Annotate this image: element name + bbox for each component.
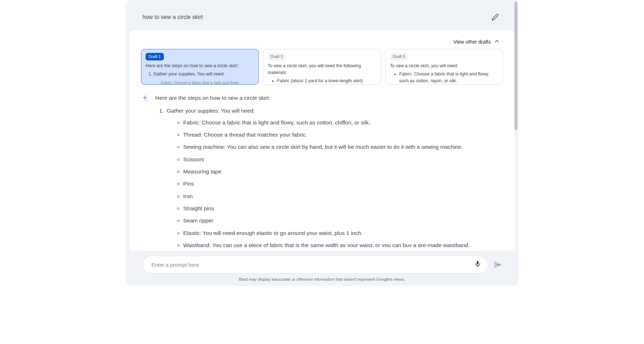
answer-step-1: Gather your supplies. You will need: Fab…	[165, 106, 503, 247]
view-drafts-toggle[interactable]: View other drafts	[141, 36, 503, 49]
draft-preview-text: To sew a circle skirt, you will need:	[390, 63, 498, 69]
draft-card-1[interactable]: Draft 1 Here are the steps on how to sew…	[141, 49, 259, 85]
microphone-button[interactable]	[474, 260, 481, 269]
draft-badge: Draft 1	[146, 53, 164, 60]
draft-preview-text: To sew a circle skirt, you will need the…	[268, 63, 376, 76]
prompt-input-bar[interactable]	[142, 256, 488, 274]
send-icon	[494, 261, 502, 269]
drafts-row: Draft 1 Here are the steps on how to sew…	[141, 49, 503, 91]
prompt-input[interactable]	[151, 262, 474, 268]
disclaimer-text: Bard may display inaccurate or offensive…	[125, 276, 519, 286]
supply-item: Pins	[183, 179, 503, 188]
answer-content: Here are the steps on how to sew a circl…	[155, 93, 503, 247]
supply-item: Seam ripper	[183, 216, 503, 225]
prompt-header: how to sew a circle skirt	[125, 0, 519, 31]
chevron-up-icon	[494, 38, 500, 45]
answer-intro: Here are the steps on how to sew a circl…	[155, 93, 503, 103]
draft-card-3[interactable]: Draft 3 To sew a circle skirt, you will …	[385, 49, 503, 85]
supply-item: Scissors	[183, 155, 503, 164]
supply-item: Fabric: Choose a fabric that is light an…	[183, 118, 503, 127]
view-drafts-label: View other drafts	[453, 39, 491, 45]
supply-item: Straight pins	[183, 204, 503, 213]
draft-preview-bullet: Thread	[277, 85, 376, 85]
edit-prompt-button[interactable]	[489, 11, 502, 24]
supply-item: Iron	[183, 192, 503, 201]
draft-card-2[interactable]: Draft 2 To sew a circle skirt, you will …	[263, 49, 381, 85]
draft-preview-text: Here are the steps on how to sew a circl…	[146, 63, 254, 69]
supply-item: Elastic: You will need enough elastic to…	[183, 228, 503, 238]
pencil-icon	[492, 14, 499, 21]
microphone-icon	[474, 260, 481, 267]
draft-preview-bullet: Fabric (about 1 yard for a knee-length s…	[277, 78, 376, 84]
supplies-list: Fabric: Choose a fabric that is light an…	[167, 118, 503, 247]
supply-item: Measuring tape	[183, 167, 503, 176]
supply-item: Waistband: You can use a piece of fabric…	[183, 241, 503, 247]
answer-step-1-text: Gather your supplies. You will need:	[167, 108, 255, 114]
app-container: how to sew a circle skirt View other dra…	[125, 0, 519, 286]
user-prompt-text: how to sew a circle skirt	[142, 14, 203, 20]
draft-preview-fade: Fabric: Choose a fabric that is light an…	[146, 80, 254, 85]
draft-preview-bullet: Fabric: Choose a fabric that is light an…	[399, 71, 498, 84]
response-card: View other drafts Draft 1 Here are the s…	[130, 31, 514, 251]
scrollbar[interactable]	[514, 1, 517, 130]
supply-item: Thread: Choose a thread that matches you…	[183, 130, 503, 139]
answer-area: Here are the steps on how to sew a circl…	[141, 91, 503, 251]
input-bar-wrap	[125, 251, 519, 276]
sparkle-icon	[141, 94, 150, 247]
draft-badge: Draft 3	[390, 53, 408, 60]
draft-preview-item: Gather your supplies. You will need:	[153, 71, 254, 78]
supply-item: Sewing machine: You can also sew a circl…	[183, 142, 503, 152]
draft-badge: Draft 2	[268, 53, 286, 60]
send-button[interactable]	[494, 261, 502, 269]
